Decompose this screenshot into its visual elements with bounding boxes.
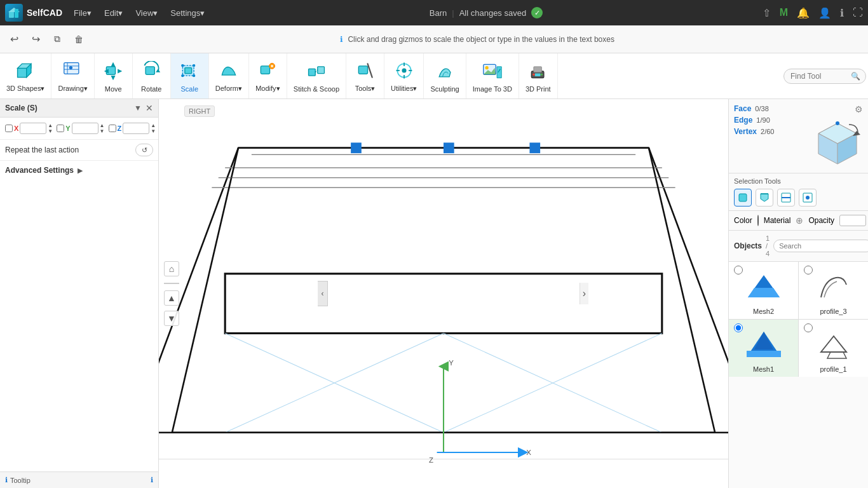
tool-sculpting[interactable]: Sculpting	[424, 53, 466, 98]
object-item-profile3[interactable]: profile_3	[799, 262, 868, 319]
object-item-mesh2[interactable]: Mesh2	[729, 262, 798, 319]
delete-button[interactable]: 🗑	[70, 30, 88, 48]
advanced-settings-row[interactable]: Advanced Settings ▶	[0, 160, 158, 180]
svg-marker-12	[111, 62, 116, 66]
panel-close-button[interactable]: ✕	[146, 103, 153, 113]
z-axis-checkbox[interactable]	[109, 125, 116, 132]
select-edge-button[interactable]	[777, 189, 795, 207]
menu-settings[interactable]: Settings▾	[165, 6, 210, 20]
select-vertex-button[interactable]	[799, 189, 817, 207]
z-axis-spinner[interactable]: ▲▼	[151, 123, 156, 134]
left-panel-toggle[interactable]: ‹	[318, 281, 328, 306]
svg-text:Y: Y	[449, 359, 454, 367]
logo[interactable]: SelfCAD	[5, 4, 62, 22]
x-axis-label: X	[14, 125, 18, 132]
y-axis-spinner[interactable]: ▲▼	[100, 123, 105, 134]
find-tool-search-icon[interactable]: 🔍	[851, 72, 860, 81]
menu-view[interactable]: View▾	[130, 6, 163, 20]
x-axis-checkbox[interactable]	[5, 125, 13, 132]
svg-rect-29	[318, 66, 325, 73]
z-axis-input[interactable]: 52	[123, 123, 149, 134]
svg-marker-90	[748, 288, 780, 297]
x-axis-spinner[interactable]: ▲▼	[48, 123, 53, 134]
panel-dropdown-icon[interactable]: ▼	[134, 104, 142, 112]
panel-header: Scale (S) ▼ ✕	[0, 99, 158, 118]
selection-tools-label: Selection Tools	[734, 177, 863, 185]
share-icon[interactable]: ⇧	[763, 7, 771, 19]
cube-view[interactable]	[812, 117, 863, 168]
tool-modify[interactable]: Modify▾	[249, 53, 287, 98]
info-icon[interactable]: ℹ	[840, 7, 844, 19]
right-panel-toggle[interactable]: ›	[580, 283, 588, 304]
object-radio-mesh1[interactable]	[734, 323, 743, 332]
tool-drawing[interactable]: Drawing▾	[51, 53, 94, 98]
tool-deform[interactable]: Deform▾	[209, 53, 249, 98]
menu-edit[interactable]: Edit▾	[99, 6, 128, 20]
tool-3d-shapes-icon	[14, 59, 37, 82]
object-name-mesh2: Mesh2	[753, 308, 774, 315]
rp-top: Face 0/38 Edge 1/90 Vertex 2/60 ⚙	[729, 99, 868, 173]
object-radio-profile1[interactable]	[804, 323, 813, 332]
nav-down-button[interactable]: ▼	[164, 311, 179, 326]
svg-text:Z: Z	[429, 456, 433, 464]
svg-line-31	[367, 64, 372, 77]
left-panel: Scale (S) ▼ ✕ X 0 ▲▼ Y 0 ▲▼ Z 52	[0, 99, 159, 488]
canvas-nav-left: ⌂ ▲ ▼	[164, 261, 179, 326]
y-axis-input[interactable]: 0	[72, 123, 98, 134]
tool-move-label: Move	[105, 85, 122, 93]
fullscreen-icon[interactable]: ⛶	[853, 7, 863, 18]
tool-3d-shapes[interactable]: 3D Shapes▾	[0, 53, 51, 98]
advanced-settings-label: Advanced Settings	[5, 166, 74, 175]
tool-rotate[interactable]: Rotate	[133, 53, 171, 98]
material-label: Material	[764, 216, 791, 225]
object-thumbnail-profile1	[811, 325, 856, 363]
canvas-viewport[interactable]: Y X Z	[159, 99, 728, 488]
bell-icon[interactable]: 🔔	[797, 7, 810, 19]
color-swatch[interactable]	[757, 215, 759, 226]
toolbar2: ↩ ↪ ⧉ 🗑 ℹ Click and drag gizmos to scale…	[0, 25, 868, 53]
tool-stitch-scoop[interactable]: Stitch & Scoop	[287, 53, 346, 98]
tool-rotate-icon	[140, 60, 163, 83]
tool-utilities-icon	[393, 59, 416, 82]
object-item-profile1[interactable]: profile_1	[799, 320, 868, 377]
y-axis-checkbox[interactable]	[57, 125, 64, 132]
object-item-mesh1[interactable]: Mesh1	[729, 320, 798, 377]
nav-up-button[interactable]: ▲	[164, 290, 179, 306]
tool-move[interactable]: Move	[95, 53, 133, 98]
tool-image-to-3d[interactable]: Image To 3D	[466, 53, 519, 98]
opacity-input[interactable]: 100	[839, 215, 866, 226]
tool-3d-print[interactable]: 3D Print	[519, 53, 558, 98]
rp-settings-gear-icon[interactable]: ⚙	[855, 104, 863, 114]
edge-count: 1/90	[756, 116, 770, 124]
redo-button[interactable]: ↪	[27, 30, 44, 48]
copy-button[interactable]: ⧉	[48, 30, 66, 48]
undo-button[interactable]: ↩	[5, 30, 23, 48]
object-radio-mesh2[interactable]	[734, 266, 743, 274]
svg-rect-53	[225, 274, 662, 334]
menu-bar: File▾ Edit▾ View▾ Settings▾	[69, 6, 210, 20]
x-axis-input[interactable]: 0	[20, 123, 46, 134]
objects-search-input[interactable]	[773, 240, 868, 252]
m-icon[interactable]: M	[780, 7, 788, 18]
main-toolbar: 3D Shapes▾ Drawing▾ Move	[0, 53, 868, 99]
select-face-button[interactable]	[756, 189, 773, 207]
object-thumbnail-mesh2	[742, 267, 786, 305]
material-icon[interactable]: ⊕	[796, 215, 803, 226]
repeat-button[interactable]: ↺	[135, 144, 153, 156]
svg-point-80	[836, 121, 839, 125]
svg-marker-17	[156, 69, 160, 72]
nav-home-button[interactable]: ⌂	[164, 261, 179, 276]
tool-scale[interactable]: Scale	[171, 53, 209, 98]
tool-tools[interactable]: Tools▾	[346, 53, 384, 98]
user-icon[interactable]: 👤	[818, 7, 831, 19]
svg-rect-2	[15, 9, 18, 18]
menu-file[interactable]: File▾	[69, 6, 97, 20]
vertex-label: Vertex	[734, 127, 757, 136]
tooltip-bar: ℹ Tooltip ℹ	[0, 471, 158, 488]
svg-point-23	[193, 74, 195, 76]
select-object-button[interactable]	[734, 189, 752, 207]
object-radio-profile3[interactable]	[804, 266, 813, 274]
tool-utilities[interactable]: Utilities▾	[384, 53, 424, 98]
tool-deform-icon	[217, 59, 240, 82]
y-axis-control: Y 0 ▲▼	[57, 123, 104, 134]
